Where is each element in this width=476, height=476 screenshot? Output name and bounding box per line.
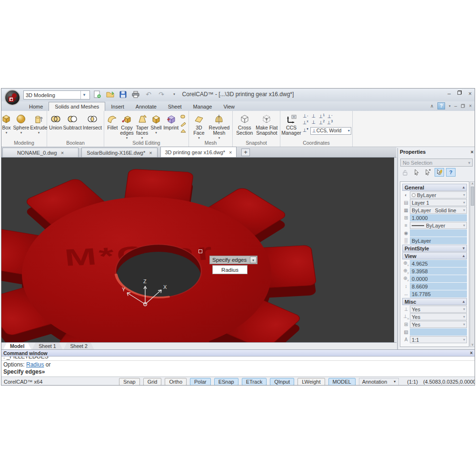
mdi-close-button[interactable]: × [469,103,472,109]
center-z-field[interactable]: 0.0000 [410,275,467,282]
tab-home[interactable]: Home [23,102,49,111]
extrude-button[interactable]: Extrude ▾ [30,112,47,135]
ccs-origin-button[interactable]: ⊥x [302,119,309,125]
ccs-face-button[interactable]: ⊥- [327,113,333,119]
tab-sheet[interactable]: Sheet [162,102,188,111]
minimize-button[interactable]: – [447,90,451,97]
tab-manage[interactable]: Manage [188,102,218,111]
linestyle-select[interactable]: ByLayer Solid line ▾ [410,207,467,214]
qinput-toggle[interactable]: QInput [270,378,294,386]
sphere-button[interactable]: Sphere ▾ [13,112,29,135]
subtract-button[interactable]: Subtract [63,112,82,130]
dropdown-arrow-icon[interactable]: ▾ [38,131,40,135]
radius-option-link[interactable]: Radius [26,361,44,368]
imprint-button[interactable]: Imprint [163,112,179,130]
center-y-field[interactable]: 9.3958 [410,268,467,275]
properties-help-button[interactable]: ? [446,168,456,177]
fillet-button[interactable]: Fillet [106,112,119,130]
close-button[interactable]: × [468,90,472,97]
tab-annotate[interactable]: Annotate [130,102,162,111]
select-matching-button[interactable] [423,168,433,177]
command-window-close-button[interactable]: × [470,350,473,356]
sheet-tab-sheet2[interactable]: Sheet 2 [64,343,94,349]
close-tab-icon[interactable]: × [149,150,152,156]
solid-edit-mini-2-button[interactable] [180,121,187,128]
mdi-restore-button[interactable] [461,104,465,108]
dropdown-arrow-icon[interactable]: ▾ [155,131,157,135]
section-printstyle[interactable]: PrintStyle ▾ [402,245,467,252]
dropdown-arrow-icon[interactable]: ▾ [218,136,220,140]
mdi-minimize-button[interactable]: – [455,103,457,109]
solid-edit-mini-3-button[interactable] [180,128,187,135]
collapse-ribbon-icon[interactable]: ∧ [430,103,434,109]
quick-select-button[interactable] [435,168,444,177]
section-misc[interactable]: Misc ▴ [402,298,467,305]
polar-toggle[interactable]: Polar [190,378,211,386]
sheet-tab-model[interactable]: Model [3,343,31,349]
app-logo-icon[interactable] [4,89,20,106]
scroll-thumb[interactable] [471,187,474,206]
dropdown-arrow-icon[interactable]: ▾ [6,131,8,135]
intersect-button[interactable]: Intersect [83,112,102,130]
help-button[interactable]: ? [437,102,445,109]
lweight-toggle[interactable]: LWeight [298,378,325,386]
tab-view[interactable]: View [218,102,240,111]
layer-select[interactable]: Layer 1 ▾ [410,199,467,206]
ccs-named-button[interactable]: ⊥▾ [302,127,309,133]
etrack-toggle[interactable]: ETrack [242,378,267,386]
center-x-field[interactable]: 4.9625 [410,260,467,267]
ccs-at-origin-select[interactable]: Yes ▾ [410,321,467,328]
dropdown-arrow-icon[interactable]: ▾ [198,136,200,140]
copy-edges-button[interactable]: Copy edges ▾ [120,112,134,140]
help-dropdown-icon[interactable]: ▾ [449,104,451,108]
make-flat-snapshot-button[interactable]: Make Flat Snapshot [256,112,278,136]
cross-section-button[interactable]: Cross Section [235,112,255,136]
close-tab-icon[interactable]: × [229,149,232,155]
sheet-tab-sheet1[interactable]: Sheet 1 [32,343,62,349]
hatch-field[interactable] [410,328,467,336]
revolved-mesh-button[interactable]: Revolved Mesh ▾ [208,112,230,140]
taper-faces-button[interactable]: Taper faces ▾ [135,112,149,140]
dropdown-arrow-icon[interactable]: ▾ [20,131,22,135]
ccs-manager-button[interactable]: CCS Manager [281,112,301,136]
height-field[interactable]: 8.6609 [410,283,467,290]
ccs-zaxis-button[interactable]: ⊥ [310,119,317,125]
scroll-up-icon[interactable]: ∧ [471,182,474,186]
new-tab-button[interactable]: + [241,149,250,156]
ccs-select[interactable]: ⊥ CCS, World ▾ [310,127,351,135]
shell-button[interactable]: Shell ▾ [150,112,162,135]
section-general[interactable]: General ▴ [402,184,467,191]
width-field[interactable]: 16.7785 [410,290,467,298]
properties-close-button[interactable]: × [471,149,474,155]
solid-edit-mini-1-button[interactable] [180,114,187,120]
doc-tab-3d-printing-gear[interactable]: 3D printing gear x16.dwg* × [160,147,237,157]
grid-toggle[interactable]: Grid [143,378,162,386]
ccs-icon-select[interactable]: Yes ▾ [410,306,467,313]
restore-button[interactable] [457,90,462,95]
transparency-field[interactable]: ByLayer [410,237,467,244]
hyperlink-field[interactable] [410,229,467,237]
selection-select[interactable]: No Selection ▾ [400,159,473,167]
linescale-field[interactable]: 1.0000 [410,214,467,221]
doc-tab-noname[interactable]: NONAME_0.dwg × [2,148,79,157]
ccs-previous-button[interactable]: ⊥1 [318,113,325,119]
ccs-world-button[interactable]: ⊥ [310,113,317,119]
ccs-by-entity-button[interactable]: ⊥· [302,113,309,119]
union-button[interactable]: Union [49,112,62,130]
annotation-scale-select[interactable]: 1:1 ▾ [410,336,467,343]
scroll-down-icon[interactable]: ∨ [471,343,474,347]
ccs-per-viewport-select[interactable]: Yes ▾ [410,313,467,320]
dropdown-arrow-icon[interactable]: ▾ [141,136,143,140]
properties-scrollbar[interactable]: ∧ ∨ [470,181,475,347]
lineweight-select[interactable]: ByLayer ▾ [410,222,467,229]
tab-solids-and-meshes[interactable]: Solids and Meshes [49,102,105,111]
snap-toggle[interactable]: Snap [119,378,140,386]
doc-tab-solarbuilding[interactable]: SolarBuilding-X16E.dwg* × [81,148,158,157]
esnap-toggle[interactable]: ESnap [214,378,238,386]
tooltip-option-radius[interactable]: Radius [212,265,248,274]
ccs-3point-button[interactable]: ⊥3 [327,119,333,125]
tab-insert[interactable]: Insert [105,102,130,111]
ortho-toggle[interactable]: Ortho [165,378,187,386]
section-view[interactable]: View ▴ [402,252,467,259]
box-button[interactable]: Box ▾ [1,112,12,135]
